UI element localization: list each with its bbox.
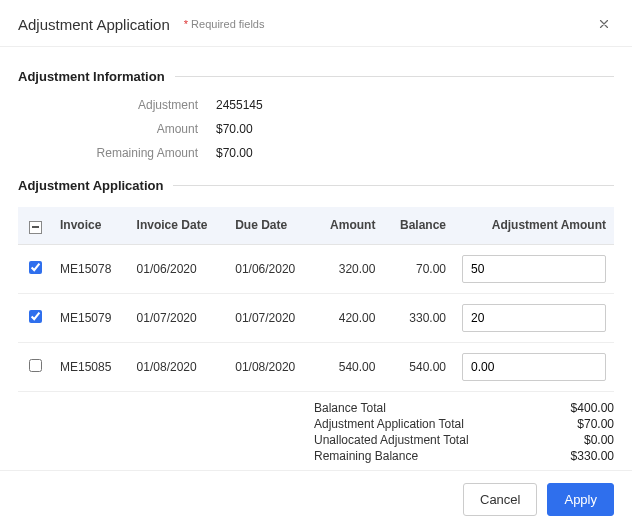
table-header-row: Invoice Invoice Date Due Date Amount Bal… [18, 207, 614, 244]
due-date-cell: 01/06/2020 [227, 244, 313, 293]
unallocated-total-label: Unallocated Adjustment Total [314, 433, 469, 447]
row-checkbox[interactable] [29, 261, 42, 274]
balance-total-value: $400.00 [571, 401, 614, 415]
table-row: ME1508501/08/202001/08/2020540.00540.00 [18, 342, 614, 391]
balance-cell: 540.00 [383, 342, 454, 391]
remaining-balance-value: $330.00 [571, 449, 614, 463]
adjustment-value: 2455145 [216, 98, 614, 112]
col-balance: Balance [383, 207, 454, 244]
adjustment-application-section: Adjustment Application Invoice Invoice D… [18, 178, 614, 464]
remaining-balance-row: Remaining Balance $330.00 [314, 448, 614, 464]
adjustment-amount-cell [454, 293, 614, 342]
info-grid: Adjustment 2455145 Amount $70.00 Remaini… [28, 98, 614, 160]
required-asterisk: * [184, 18, 188, 30]
close-icon [597, 17, 611, 31]
col-amount: Amount [314, 207, 384, 244]
balance-cell: 70.00 [383, 244, 454, 293]
unallocated-total-row: Unallocated Adjustment Total $0.00 [314, 432, 614, 448]
unallocated-total-value: $0.00 [584, 433, 614, 447]
close-button[interactable] [594, 14, 614, 34]
section-header: Adjustment Information [18, 69, 614, 84]
remaining-balance-label: Remaining Balance [314, 449, 418, 463]
modal-header: Adjustment Application * Required fields [0, 0, 632, 47]
table-row: ME1507801/06/202001/06/2020320.0070.00 [18, 244, 614, 293]
row-checkbox[interactable] [29, 310, 42, 323]
adjustment-label: Adjustment [28, 98, 198, 112]
col-adjustment-amount: Adjustment Amount [454, 207, 614, 244]
invoice-date-cell: 01/07/2020 [129, 293, 228, 342]
required-fields-label: Required fields [191, 18, 264, 30]
amount-label: Amount [28, 122, 198, 136]
col-due-date: Due Date [227, 207, 313, 244]
balance-cell: 330.00 [383, 293, 454, 342]
cancel-button[interactable]: Cancel [463, 483, 537, 516]
due-date-cell: 01/07/2020 [227, 293, 313, 342]
amount-cell: 320.00 [314, 244, 384, 293]
modal-footer: Cancel Apply [0, 470, 632, 528]
balance-total-label: Balance Total [314, 401, 386, 415]
section-header: Adjustment Application [18, 178, 614, 193]
row-checkbox-cell [18, 342, 52, 391]
select-all-header [18, 207, 52, 244]
totals-inner: Balance Total $400.00 Adjustment Applica… [314, 400, 614, 464]
remaining-amount-label: Remaining Amount [28, 146, 198, 160]
adjustment-information-section: Adjustment Information Adjustment 245514… [18, 69, 614, 160]
app-total-value: $70.00 [577, 417, 614, 431]
section-divider [175, 76, 614, 77]
table-row: ME1507901/07/202001/07/2020420.00330.00 [18, 293, 614, 342]
invoice-cell: ME15078 [52, 244, 129, 293]
remaining-amount-value: $70.00 [216, 146, 614, 160]
balance-total-row: Balance Total $400.00 [314, 400, 614, 416]
row-checkbox-cell [18, 244, 52, 293]
row-checkbox-cell [18, 293, 52, 342]
col-invoice-date: Invoice Date [129, 207, 228, 244]
app-total-label: Adjustment Application Total [314, 417, 464, 431]
minus-icon [32, 226, 39, 228]
modal-title: Adjustment Application [18, 16, 170, 33]
amount-cell: 420.00 [314, 293, 384, 342]
amount-cell: 540.00 [314, 342, 384, 391]
due-date-cell: 01/08/2020 [227, 342, 313, 391]
amount-value: $70.00 [216, 122, 614, 136]
adjustment-amount-cell [454, 244, 614, 293]
select-all-checkbox[interactable] [29, 221, 42, 234]
modal-body: Adjustment Information Adjustment 245514… [0, 47, 632, 470]
invoice-table: Invoice Invoice Date Due Date Amount Bal… [18, 207, 614, 392]
totals-block: Balance Total $400.00 Adjustment Applica… [18, 400, 614, 464]
invoice-date-cell: 01/06/2020 [129, 244, 228, 293]
invoice-table-body: ME1507801/06/202001/06/2020320.0070.00ME… [18, 244, 614, 391]
adjustment-amount-input[interactable] [462, 304, 606, 332]
row-checkbox[interactable] [29, 359, 42, 372]
invoice-date-cell: 01/08/2020 [129, 342, 228, 391]
adjustment-amount-cell [454, 342, 614, 391]
section-title: Adjustment Application [18, 178, 163, 193]
adjustment-amount-input[interactable] [462, 255, 606, 283]
section-title: Adjustment Information [18, 69, 165, 84]
col-invoice: Invoice [52, 207, 129, 244]
adjustment-amount-input[interactable] [462, 353, 606, 381]
section-divider [173, 185, 614, 186]
app-total-row: Adjustment Application Total $70.00 [314, 416, 614, 432]
adjustment-application-modal: Adjustment Application * Required fields… [0, 0, 632, 528]
invoice-cell: ME15085 [52, 342, 129, 391]
required-fields-note: * Required fields [184, 18, 265, 30]
invoice-cell: ME15079 [52, 293, 129, 342]
apply-button[interactable]: Apply [547, 483, 614, 516]
